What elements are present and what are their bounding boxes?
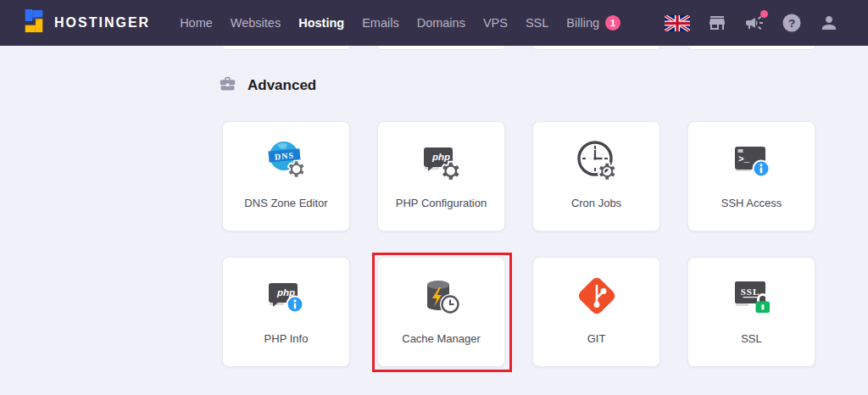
advanced-section-header: Advanced <box>219 75 316 96</box>
partial-card-bottom <box>222 46 350 50</box>
svg-text:DNS: DNS <box>274 150 294 161</box>
nav-item-hosting[interactable]: Hosting <box>298 16 344 30</box>
advanced-tools-grid: DNS DNS Zone Editor php PHP Configuratio… <box>222 121 815 367</box>
database-clock-icon <box>418 273 465 322</box>
account-icon[interactable] <box>819 13 839 33</box>
nav-item-billing[interactable]: Billing 1 <box>566 15 620 31</box>
nav-item-vps[interactable]: VPS <box>483 16 508 30</box>
card-cron-jobs[interactable]: Cron Jobs <box>532 121 660 231</box>
php-info-icon: php <box>263 273 310 322</box>
nav-item-billing-label: Billing <box>566 16 599 30</box>
nav-item-emails[interactable]: Emails <box>362 16 399 30</box>
store-icon[interactable] <box>707 13 727 33</box>
card-label: GIT <box>587 332 606 345</box>
card-label: SSH Access <box>721 197 782 209</box>
card-label: SSL <box>741 332 762 345</box>
briefcase-icon <box>219 75 236 96</box>
card-git[interactable]: GIT <box>532 257 660 367</box>
git-branch-icon <box>573 273 620 322</box>
svg-text:SSL: SSL <box>740 287 760 297</box>
nav-menu: Home Websites Hosting Emails Domains VPS… <box>180 15 620 31</box>
card-label: Cache Manager <box>402 332 481 345</box>
section-title: Advanced <box>248 77 316 94</box>
help-icon[interactable]: ? <box>782 13 802 33</box>
dns-globe-gear-icon: DNS <box>263 137 310 186</box>
partial-card-bottom <box>687 46 815 50</box>
terminal-info-icon: >_ <box>728 137 776 186</box>
notification-dot <box>760 10 768 18</box>
ssl-lock-icon: SSL <box>728 273 776 322</box>
partial-card-bottom <box>377 46 505 50</box>
nav-item-websites[interactable]: Websites <box>231 16 281 30</box>
nav-icon-group: ? <box>665 13 839 33</box>
announcements-icon[interactable] <box>744 13 765 33</box>
svg-text:php: php <box>431 152 450 162</box>
php-gear-icon: php <box>418 137 465 186</box>
hpanel-page: HOSTINGER Home Websites Hosting Emails D… <box>0 0 868 395</box>
brand-name: HOSTINGER <box>54 15 150 31</box>
card-label: Cron Jobs <box>571 197 621 209</box>
card-php-configuration[interactable]: php PHP Configuration <box>377 121 505 231</box>
language-flag-icon[interactable] <box>665 15 690 31</box>
card-dns-zone-editor[interactable]: DNS DNS Zone Editor <box>222 121 350 231</box>
card-label: PHP Configuration <box>396 197 487 209</box>
nav-item-home[interactable]: Home <box>180 16 213 30</box>
nav-item-ssl[interactable]: SSL <box>526 16 548 30</box>
card-label: PHP Info <box>264 332 309 345</box>
svg-text:?: ? <box>788 17 795 30</box>
svg-text:>_: >_ <box>738 154 750 164</box>
hostinger-logo-icon <box>22 8 46 37</box>
card-ssh-access[interactable]: >_ SSH Access <box>687 121 815 231</box>
card-php-info[interactable]: php PHP Info <box>222 257 350 367</box>
top-navbar: HOSTINGER Home Websites Hosting Emails D… <box>0 0 868 46</box>
clock-gear-icon <box>573 137 620 186</box>
billing-count-badge: 1 <box>605 15 620 31</box>
partial-card-bottom <box>532 46 660 50</box>
card-cache-manager[interactable]: Cache Manager <box>377 257 505 367</box>
card-ssl[interactable]: SSL SSL <box>687 257 815 367</box>
card-label: DNS Zone Editor <box>244 197 327 209</box>
hostinger-logo[interactable]: HOSTINGER <box>22 8 150 37</box>
nav-item-domains[interactable]: Domains <box>417 16 465 30</box>
